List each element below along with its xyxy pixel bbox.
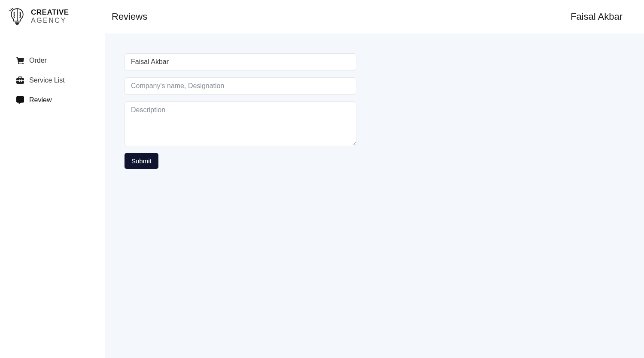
page-title: Reviews [112,11,147,22]
header: Reviews Faisal Akbar [105,0,644,34]
sidebar-item-label: Review [29,96,52,104]
sidebar-item-review[interactable]: Review [0,90,105,110]
company-input[interactable] [125,77,356,95]
toolbox-icon [16,76,24,84]
content: Submit [105,34,644,358]
sidebar-item-label: Order [29,57,47,64]
sidebar-item-order[interactable]: Order [0,51,105,70]
logo-line2: AGENCY [31,17,69,24]
chat-icon [16,96,24,104]
logo-line1: CREATIVE [31,9,69,17]
brain-bulb-icon [8,7,27,26]
review-form: Submit [125,53,356,169]
submit-button[interactable]: Submit [125,153,158,169]
sidebar-item-service-list[interactable]: Service List [0,70,105,90]
description-textarea[interactable] [125,101,356,146]
sidebar-nav: Order Service List Review [0,39,105,110]
sidebar-item-label: Service List [29,76,65,84]
sidebar: CREATIVE AGENCY Order Service L [0,0,105,358]
name-input[interactable] [125,53,356,70]
logo-text: CREATIVE AGENCY [31,9,69,24]
logo[interactable]: CREATIVE AGENCY [0,7,105,39]
app-layout: CREATIVE AGENCY Order Service L [0,0,644,358]
header-user-name: Faisal Akbar [571,11,623,22]
cart-icon [16,57,24,64]
main-area: Reviews Faisal Akbar Submit [105,0,644,358]
